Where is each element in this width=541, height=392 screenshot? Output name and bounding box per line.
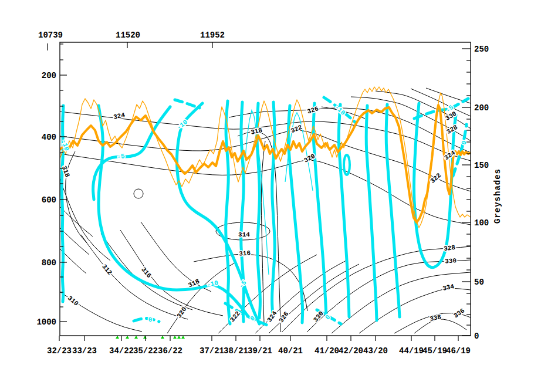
cyan-contour-line bbox=[175, 100, 200, 108]
theta-contour-line bbox=[141, 222, 211, 292]
theta-contour-label: 328 bbox=[445, 124, 459, 136]
bottom-axis-tick-label: 44/19 bbox=[399, 346, 424, 356]
right-axis-tick-label: 250 bbox=[474, 45, 489, 54]
bottom-axis-tick-label: 41/20 bbox=[315, 346, 339, 356]
theta-contour-label: 338 bbox=[429, 313, 442, 323]
theta-contour-label: 316 bbox=[239, 249, 251, 258]
contour-field bbox=[60, 87, 471, 333]
bottom-axis-tick-label: 33/23 bbox=[72, 346, 97, 356]
bottom-axis-tick-label: 46/19 bbox=[446, 346, 471, 356]
green-marker bbox=[177, 336, 181, 339]
theta-contour-line bbox=[60, 130, 471, 191]
bottom-axis-tick-label: 36/22 bbox=[158, 346, 182, 356]
green-marker bbox=[173, 336, 177, 339]
bottom-axis-tick-label: 39/21 bbox=[248, 346, 272, 356]
green-marker bbox=[116, 336, 119, 339]
cyan-contour-label: 0 bbox=[324, 313, 332, 321]
bottom-axis-tick-label: 34/22 bbox=[109, 346, 134, 356]
left-axis-tick-label: 200 bbox=[42, 71, 56, 80]
right-axis-title: Greyshades bbox=[493, 168, 502, 224]
theta-contour-label: 334 bbox=[442, 283, 455, 292]
theta-contour-small-closed bbox=[134, 189, 143, 198]
cyan-contour-line bbox=[386, 104, 400, 317]
theta-contour-line bbox=[60, 179, 110, 261]
bottom-axis-tick-label: 42/20 bbox=[339, 346, 363, 356]
left-axis-tick-label: 400 bbox=[42, 133, 56, 142]
theta-contour-line bbox=[261, 141, 265, 323]
bottom-axis-tick-label: 32/23 bbox=[47, 346, 72, 356]
theta-contour-label: 326 bbox=[278, 310, 290, 324]
theta-contour-label: 310 bbox=[66, 295, 80, 307]
theta-contour-label: 326 bbox=[306, 105, 320, 116]
right-axis-tick-label: 50 bbox=[474, 278, 484, 287]
left-axis-tick-label: 600 bbox=[42, 195, 56, 205]
bottom-axis-tick-label: 38/21 bbox=[224, 346, 248, 356]
cyan-contour-line bbox=[134, 318, 159, 322]
cyan-contour-label: -5 bbox=[117, 153, 126, 161]
right-axis-tick-label: 100 bbox=[474, 218, 489, 228]
theta-contour-label: 324 bbox=[266, 310, 278, 323]
cyan-contour-line bbox=[366, 106, 377, 320]
theta-contour-line bbox=[332, 272, 471, 333]
green-marker bbox=[126, 336, 129, 339]
green-marker bbox=[181, 336, 185, 339]
theta-contour-label: 328 bbox=[443, 244, 456, 253]
top-axis-tick-label: 11952 bbox=[200, 31, 225, 40]
bottom-axis-tick-label: 40/21 bbox=[278, 346, 303, 356]
cross-section-chart: 3263243243223223203303283183163183103123… bbox=[0, 0, 541, 392]
theta-contour-label: 322 bbox=[429, 172, 442, 185]
bottom-axis-tick-label: 43/20 bbox=[363, 346, 388, 356]
theta-contour-label: 324 bbox=[113, 111, 126, 121]
left-axis-tick-label: 800 bbox=[42, 258, 56, 268]
theta-contour-line bbox=[167, 263, 235, 333]
right-axis-tick-label: 0 bbox=[474, 332, 479, 341]
waypoint-markers bbox=[116, 336, 185, 339]
bottom-axis-tick-label: 37/21 bbox=[200, 346, 224, 356]
theta-contour-label: 314 bbox=[238, 231, 250, 238]
top-axis-tick-label: 11520 bbox=[116, 31, 140, 40]
theta-contour-line bbox=[120, 230, 223, 316]
cyan-contour-label: 0 bbox=[148, 316, 153, 324]
plot-canvas: 3263243243223223203303283183163183103123… bbox=[0, 0, 541, 392]
cyan-contour-line bbox=[62, 106, 63, 302]
theta-contour-label: 316 bbox=[140, 266, 153, 279]
bottom-axis-tick-label: 35/22 bbox=[133, 346, 158, 356]
top-axis-tick-label: 10739 bbox=[38, 31, 63, 40]
right-axis-tick-label: 200 bbox=[474, 103, 489, 113]
theta-contour-label: 330 bbox=[445, 257, 457, 265]
theta-contour-label: 322 bbox=[290, 124, 303, 135]
theta-contour-label: 336 bbox=[452, 307, 466, 319]
theta-contour-line bbox=[414, 319, 466, 333]
green-marker bbox=[143, 336, 147, 339]
bottom-axis-tick-label: 45/19 bbox=[422, 346, 447, 356]
right-axis-tick-label: 150 bbox=[474, 161, 489, 170]
theta-contour-line bbox=[307, 260, 471, 332]
green-marker bbox=[161, 336, 164, 339]
green-marker bbox=[134, 336, 138, 339]
left-axis-tick-label: 1000 bbox=[36, 317, 56, 327]
theta-contour-line bbox=[60, 207, 93, 236]
